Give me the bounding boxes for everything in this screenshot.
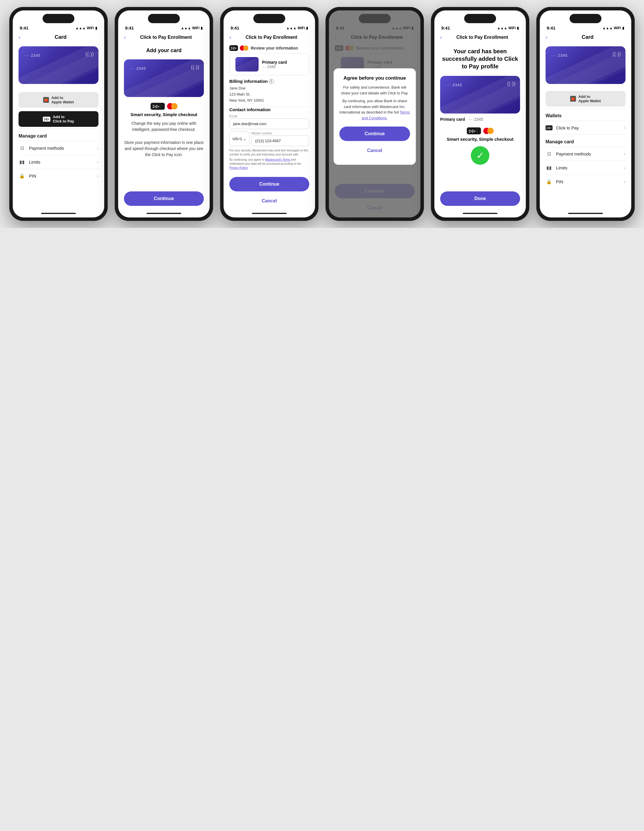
ctp-logo: ▷▷: [467, 127, 481, 134]
enroll-subtitle: Add your card: [146, 48, 182, 54]
contact-title: Contact information: [230, 107, 309, 112]
modal-title: Agree before you continue: [340, 75, 410, 81]
phone-card: 9:41 ▲▲▲ WiFi ▮ ‹ Card ((·)) ···· 2345 🍎…: [9, 7, 108, 221]
nav-header: ‹ Card: [13, 32, 104, 44]
mc-logo-small: [240, 45, 249, 51]
manage-card-title: Manage card: [540, 135, 631, 147]
lock-icon: 🔒: [19, 173, 26, 179]
wallets-title: Wallets: [540, 108, 631, 121]
status-time: 9:41: [125, 25, 134, 30]
limits-label: Limits: [29, 159, 97, 164]
phone-field[interactable]: [251, 135, 309, 146]
pin-label: PIN: [29, 174, 97, 178]
back-button[interactable]: ‹: [545, 34, 548, 41]
nfc-icon: ((·)): [507, 81, 515, 87]
battery-icon: ▮: [95, 26, 97, 30]
apple-wallet-label: Add toApple Wallet: [51, 96, 74, 104]
phone-card2: 9:41 ▲▲▲ WiFi ▮ ‹ Card ((·)) ···· 2345 🍎…: [536, 7, 635, 221]
contact-section: Contact information Email US+1 ⌄ Mobile …: [223, 107, 315, 175]
status-bar: 9:41 ▲▲▲ WiFi ▮: [434, 23, 526, 32]
review-label: Review your information: [251, 46, 298, 50]
modal-overlay: Agree before you continue For safety and…: [329, 10, 421, 217]
modal-box: Agree before you continue For safety and…: [333, 68, 416, 165]
chevron-icon: ›: [97, 146, 99, 151]
modal-text2: By continuing, you allow Bank to share c…: [340, 98, 410, 121]
chevron-icon2: ›: [97, 159, 99, 165]
description2: Store your payment information in one pl…: [124, 140, 204, 158]
screen-content: ▷▷ Review your information Primary card …: [223, 44, 315, 210]
modal-text1: For safety and convenience, Bank will sh…: [340, 84, 410, 96]
apple-wallet-label: Add toApple Wallet: [578, 94, 601, 103]
continue-button[interactable]: Continue: [340, 127, 410, 141]
cancel-button[interactable]: Cancel: [365, 146, 384, 156]
card-icon: ⊡: [19, 145, 26, 151]
legal-text2: By continuing, you agree to Mastercard's…: [230, 158, 309, 170]
add-to-apple-wallet-button[interactable]: 🍎 Add toApple Wallet: [19, 92, 99, 108]
wifi-icon: WiFi: [192, 26, 199, 30]
home-indicator: [463, 213, 497, 214]
nav-header: ‹ Click to Pay Enrollment: [434, 32, 526, 44]
pin-item[interactable]: 🔒 PIN ›: [540, 175, 631, 188]
payment-methods-item[interactable]: ⊡ Payment methods ›: [13, 141, 104, 155]
privacy-link[interactable]: Privacy Notice: [230, 166, 248, 169]
continue-button[interactable]: Continue: [230, 177, 309, 191]
status-icons: ▲▲▲ WiFi ▮: [602, 26, 624, 30]
email-field[interactable]: [230, 118, 309, 129]
card-deco: [236, 57, 258, 72]
wifi-icon: WiFi: [614, 26, 621, 30]
battery-icon: ▮: [306, 26, 308, 30]
ctp-label: Add toClick to Pay: [53, 115, 74, 123]
review-header: ▷▷ Review your information: [223, 44, 315, 53]
status-bar: 9:41 ▲▲▲ WiFi ▮: [540, 23, 631, 32]
payment-methods-item[interactable]: ⊡ Payment methods ›: [540, 147, 631, 161]
status-time: 9:41: [231, 25, 239, 30]
phone-input-wrapper: Mobile number: [251, 131, 309, 146]
success-title: Your card has been successfully added to…: [440, 48, 520, 70]
battery-icon: ▮: [622, 26, 624, 30]
back-button[interactable]: ‹: [230, 34, 231, 41]
success-content: Your card has been successfully added to…: [434, 44, 526, 210]
action-buttons: Continue Cancel: [223, 175, 315, 210]
card-preview: ((·)) ···· 2345: [124, 59, 204, 97]
status-icons: ▲▲▲ WiFi ▮: [497, 26, 519, 30]
signal-icon: ▲▲▲: [497, 26, 507, 30]
page-title: Card: [550, 34, 625, 40]
back-button[interactable]: ‹: [19, 34, 21, 41]
pin-item[interactable]: 🔒 PIN ›: [13, 169, 104, 183]
continue-button[interactable]: Continue: [124, 191, 204, 206]
success-check-icon: ✓: [471, 146, 489, 165]
page-title: Click to Pay Enrollment: [128, 35, 204, 40]
add-to-apple-wallet-button[interactable]: 🍎 Add toApple Wallet: [545, 91, 625, 107]
info-icon: i: [269, 79, 274, 84]
back-button[interactable]: ‹: [440, 34, 442, 41]
phone-success: 9:41 ▲▲▲ WiFi ▮ ‹ Click to Pay Enrollmen…: [431, 7, 529, 221]
back-button[interactable]: ‹: [124, 34, 126, 41]
billing-title: Billing information i: [230, 79, 309, 84]
add-to-ctp-button[interactable]: ▷▷ Add toClick to Pay: [19, 111, 99, 127]
limits-item[interactable]: ▮▮ Limits ›: [540, 161, 631, 175]
country-select[interactable]: US+1 ⌄: [230, 131, 250, 146]
brand-row: ▷▷: [151, 103, 177, 110]
tagline: Smart security, Simple checkout: [447, 137, 514, 142]
apple-wallet-icon: 🍎: [43, 97, 49, 103]
lock-icon: 🔒: [545, 179, 553, 185]
done-button[interactable]: Done: [440, 191, 520, 206]
nfc-icon: ((·)): [612, 51, 621, 57]
status-bar: 9:41 ▲▲▲ WiFi ▮: [223, 23, 315, 32]
ctp-wallet-icon: ▷▷: [545, 126, 553, 130]
phone-label: Mobile number: [251, 131, 309, 135]
dynamic-island: [148, 14, 180, 23]
cancel-button[interactable]: Cancel: [260, 196, 279, 206]
ctp-wallet-item[interactable]: ▷▷ Click to Pay ›: [540, 121, 631, 134]
payment-methods-label: Payment methods: [556, 151, 624, 156]
terms-link[interactable]: Terms and Conditions: [362, 110, 410, 120]
limits-item[interactable]: ▮▮ Limits ›: [13, 155, 104, 169]
billing-section: Billing information i Jane Doe123 Main S…: [223, 79, 315, 107]
card-number-text: ···· 2345: [262, 65, 287, 69]
mastercard-logo: [167, 103, 177, 110]
terms-link[interactable]: Mastercard's Terms: [265, 158, 290, 161]
status-icons: ▲▲▲ WiFi ▮: [75, 26, 97, 30]
battery-icon: ▮: [517, 26, 519, 30]
ctp-wallet-label: Click to Pay: [556, 126, 624, 130]
page-title: Click to Pay Enrollment: [445, 35, 520, 40]
